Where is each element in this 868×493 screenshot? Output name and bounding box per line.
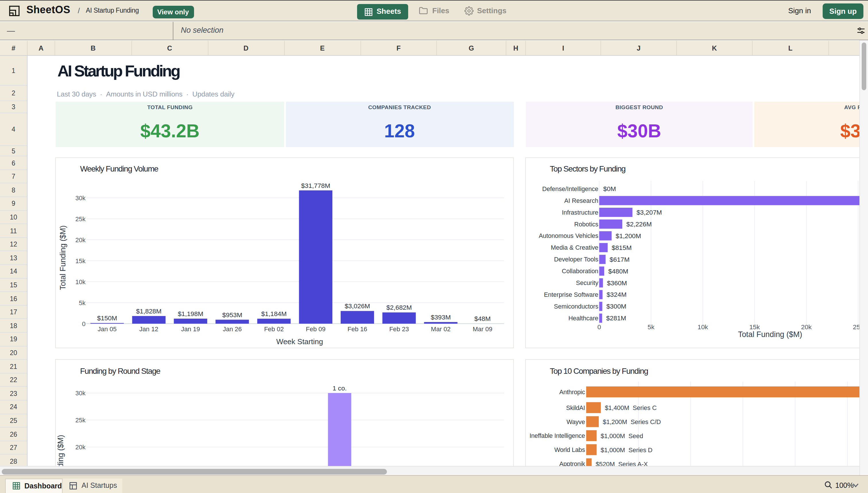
svg-text:10k: 10k (697, 323, 708, 330)
svg-text:0: 0 (597, 323, 601, 330)
svg-text:$31,778M: $31,778M (301, 181, 330, 189)
svg-text:Week Starting: Week Starting (276, 337, 323, 346)
svg-text:$48M: $48M (474, 315, 490, 322)
svg-text:30k: 30k (75, 194, 86, 201)
svg-text:$1,198M: $1,198M (178, 310, 203, 317)
svg-text:1 co.: 1 co. (333, 384, 346, 392)
svg-text:Autonomous Vehicles: Autonomous Vehicles (539, 232, 598, 239)
svg-text:Security: Security (576, 279, 598, 286)
svg-text:$953M: $953M (222, 311, 242, 318)
svg-text:25k: 25k (852, 323, 860, 330)
svg-text:$1,200M: $1,200M (615, 232, 641, 239)
svg-text:Total Funding ($M): Total Funding ($M) (59, 225, 67, 290)
svg-text:10k: 10k (75, 278, 86, 285)
svg-text:$1,000M Series D: $1,000M Series D (600, 447, 653, 454)
svg-text:$360M: $360M (607, 279, 627, 286)
svg-text:Apptronik: Apptronik (559, 460, 585, 466)
svg-text:Top Sectors by Funding: Top Sectors by Funding (549, 164, 625, 173)
svg-text:Feb 02: Feb 02 (264, 325, 284, 333)
svg-text:Jan 26: Jan 26 (223, 325, 242, 333)
svg-text:$3,026M: $3,026M (345, 302, 370, 309)
svg-text:$480M: $480M (608, 267, 628, 275)
svg-text:$1,184M: $1,184M (261, 310, 287, 317)
svg-text:$281M: $281M (606, 314, 626, 321)
svg-text:Wayve: Wayve (566, 418, 585, 426)
svg-text:0: 0 (82, 320, 86, 327)
svg-text:AI Research: AI Research (564, 197, 598, 204)
svg-text:$3,207M: $3,207M (636, 208, 662, 216)
svg-text:Funding by Round Stage: Funding by Round Stage (80, 367, 160, 376)
svg-text:Weekly Funding Volume: Weekly Funding Volume (80, 164, 158, 173)
svg-text:15k: 15k (75, 257, 86, 264)
svg-text:Robotics: Robotics (574, 220, 598, 228)
svg-text:Top 10 Companies by Funding: Top 10 Companies by Funding (549, 367, 647, 376)
svg-text:Defense/Intelligence: Defense/Intelligence (542, 185, 598, 192)
svg-text:$1,400M Series C: $1,400M Series C (604, 404, 657, 411)
svg-text:Feb 23: Feb 23 (389, 325, 409, 333)
svg-text:$393M: $393M (431, 313, 451, 321)
svg-text:Jan 05: Jan 05 (98, 325, 117, 333)
svg-text:$0M: $0M (603, 185, 616, 192)
svg-text:$520M Series A-X: $520M Series A-X (595, 460, 647, 466)
svg-text:20k: 20k (801, 323, 812, 330)
svg-text:Mar 02: Mar 02 (431, 325, 450, 333)
svg-text:Mar 09: Mar 09 (473, 325, 492, 333)
svg-text:15k: 15k (749, 323, 759, 330)
svg-text:20k: 20k (75, 236, 86, 243)
svg-text:Feb 16: Feb 16 (348, 325, 367, 333)
svg-text:Healthcare: Healthcare (568, 314, 598, 321)
svg-text:$150M: $150M (97, 314, 117, 321)
svg-text:Semiconductors: Semiconductors (554, 302, 598, 310)
svg-text:$2,682M: $2,682M (386, 303, 412, 311)
svg-text:Feb 09: Feb 09 (306, 325, 326, 333)
svg-text:World Labs: World Labs (554, 446, 585, 453)
svg-text:Total Funding ($M): Total Funding ($M) (738, 330, 802, 339)
svg-text:5k: 5k (79, 299, 86, 306)
svg-text:Jan 19: Jan 19 (181, 325, 200, 333)
svg-text:25k: 25k (75, 215, 86, 222)
svg-text:SkildAI: SkildAI (566, 404, 585, 411)
svg-text:Enterprise Software: Enterprise Software (544, 291, 598, 298)
svg-text:Collaboration: Collaboration (562, 267, 598, 274)
svg-text:$324M: $324M (606, 291, 626, 298)
svg-text:Ineffable Intelligence: Ineffable Intelligence (529, 432, 585, 439)
svg-text:$815M: $815M (611, 244, 632, 251)
svg-text:Anthropic: Anthropic (559, 388, 585, 395)
svg-text:Jan 12: Jan 12 (139, 325, 158, 333)
svg-text:30k: 30k (75, 390, 86, 397)
svg-text:25k: 25k (75, 416, 86, 424)
svg-text:$1,200M Series C/D: $1,200M Series C/D (602, 418, 661, 426)
svg-text:Developer Tools: Developer Tools (554, 255, 598, 263)
svg-text:Media & Creative: Media & Creative (551, 244, 598, 251)
svg-text:$1,828M: $1,828M (136, 307, 162, 315)
svg-text:$300M: $300M (606, 302, 626, 310)
svg-text:20k: 20k (75, 444, 86, 451)
svg-text:$1,000M Seed: $1,000M Seed (600, 432, 643, 440)
svg-text:Total Funding ($M): Total Funding ($M) (56, 435, 65, 466)
svg-text:Infrastructure: Infrastructure (562, 209, 598, 216)
svg-text:$617M: $617M (609, 255, 630, 263)
svg-text:5k: 5k (647, 323, 655, 330)
svg-text:$2,226M: $2,226M (626, 220, 652, 228)
